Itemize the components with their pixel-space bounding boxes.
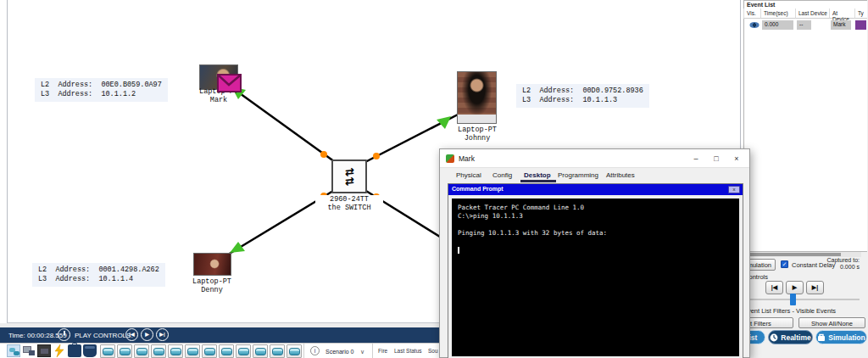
- command-prompt-widget: Command Prompt x Packet Tracer PC Comman…: [448, 183, 743, 358]
- toolbar-divider: [303, 344, 304, 358]
- device-model[interactable]: [202, 344, 217, 358]
- stopwatch-icon[interactable]: [58, 328, 70, 341]
- bar-back-button[interactable]: |◀: [125, 328, 138, 341]
- terminal-line: [458, 221, 739, 229]
- speed-slider-track[interactable]: [744, 299, 860, 300]
- device-label-switch: 2960-24TTthe SWITCH: [315, 195, 383, 212]
- col-type[interactable]: Ty: [854, 8, 867, 19]
- tab-bar: Physical Config Desktop Programming Attr…: [440, 168, 749, 182]
- category-components-icon[interactable]: [37, 344, 51, 357]
- active-tab-underline: [520, 180, 556, 182]
- device-model[interactable]: [236, 344, 251, 358]
- event-time[interactable]: 0.000: [762, 20, 793, 30]
- event-visible-eye-icon[interactable]: [749, 22, 760, 28]
- device-window-mark[interactable]: Mark – □ × Physical Config Desktop Progr…: [439, 148, 750, 358]
- category-network-devices-icon[interactable]: [7, 344, 20, 357]
- tab-config[interactable]: Config: [492, 171, 512, 179]
- packet-tracer-icon: [446, 154, 454, 163]
- window-title: Mark: [459, 154, 475, 163]
- scenario-info-icon[interactable]: i: [310, 346, 320, 355]
- terminal-line: C:\>ping 10.1.1.3: [458, 212, 739, 221]
- captured-to-label: Captured to:: [817, 257, 860, 263]
- device-model[interactable]: [134, 344, 149, 358]
- col-at-device[interactable]: At Device: [829, 8, 854, 19]
- address-note-johnny[interactable]: L2 Address: 00D0.9752.8936 L3 Address: 1…: [516, 84, 649, 108]
- event-last-device[interactable]: --: [797, 20, 811, 30]
- simulation-mode-button[interactable]: Simulation: [815, 330, 867, 344]
- show-all-none-button[interactable]: Show All/None: [798, 317, 865, 328]
- tab-physical[interactable]: Physical: [456, 171, 481, 179]
- category-end-devices-icon[interactable]: [22, 344, 36, 357]
- maximize-button[interactable]: □: [707, 153, 726, 165]
- category-misc-icon[interactable]: [68, 344, 81, 357]
- switch-icon[interactable]: ⇄⇄: [331, 159, 367, 193]
- category-connections-icon[interactable]: [53, 344, 66, 357]
- pdu-col-fire: Fire: [378, 348, 387, 354]
- terminal-line: Pinging 10.1.1.3 with 32 bytes of data:: [458, 229, 739, 238]
- tab-desktop[interactable]: Desktop: [524, 171, 551, 179]
- terminal-line: Packet Tracer PC Command Line 1.0: [458, 204, 739, 212]
- scenario-select[interactable]: Scenario 0: [326, 349, 353, 355]
- device-model[interactable]: [117, 344, 132, 358]
- pdu-col-source: Sou: [428, 348, 438, 354]
- check-icon: ✓: [782, 261, 787, 267]
- device-model[interactable]: [100, 344, 115, 358]
- minimize-button[interactable]: –: [687, 153, 705, 165]
- sim-play-button[interactable]: ▶: [786, 281, 804, 294]
- col-vis[interactable]: Vis.: [743, 8, 760, 19]
- sim-back-button[interactable]: |◀: [765, 281, 783, 294]
- packet-tracer-app: Laptop-PTMark Laptop-PTJohnny Laptop-PTD…: [0, 0, 868, 358]
- event-list-title: Event List: [747, 2, 775, 8]
- col-last-device[interactable]: Last Device: [795, 8, 829, 19]
- address-note-mark[interactable]: L2 Address: 00E0.B059.0A97 L3 Address: 1…: [35, 78, 168, 102]
- command-prompt-header[interactable]: Command Prompt x: [448, 184, 743, 195]
- command-prompt-title: Command Prompt: [452, 186, 504, 192]
- laptop-johnny-icon[interactable]: [457, 71, 497, 124]
- category-multiuser-icon[interactable]: [83, 344, 97, 357]
- command-prompt-close-button[interactable]: x: [728, 186, 740, 193]
- terminal-output[interactable]: Packet Tracer PC Command Line 1.0 C:\>pi…: [452, 199, 739, 356]
- device-model[interactable]: [185, 344, 200, 358]
- speed-slider-handle[interactable]: [790, 294, 796, 305]
- terminal-cursor: [458, 247, 459, 254]
- terminal-line: [458, 238, 739, 246]
- toolbar-divider: [372, 344, 373, 358]
- clock-icon: [770, 333, 778, 342]
- bar-forward-button[interactable]: ▶|: [156, 328, 169, 341]
- bar-play-button[interactable]: ▶: [141, 328, 153, 341]
- play-controls-caption: PLAY CONTROLS:: [75, 332, 133, 339]
- device-model[interactable]: [270, 344, 285, 358]
- tab-programming[interactable]: Programming: [558, 171, 598, 179]
- captured-to-value: 0.000 s: [817, 264, 860, 270]
- device-model[interactable]: [151, 344, 166, 358]
- close-button[interactable]: ×: [727, 153, 746, 165]
- address-note-denny[interactable]: L2 Address: 0001.4298.A262 L3 Address: 1…: [32, 263, 165, 287]
- pdu-envelope-icon[interactable]: [217, 74, 242, 92]
- device-label-denny: Laptop-PTDenny: [178, 277, 246, 294]
- event-at-device[interactable]: Mark: [831, 20, 851, 30]
- port-status-dot: [320, 151, 327, 158]
- chevron-down-icon[interactable]: ∨: [360, 349, 364, 355]
- device-model[interactable]: [287, 344, 302, 358]
- sim-forward-button[interactable]: ▶|: [806, 281, 824, 294]
- col-time[interactable]: Time(sec): [760, 8, 795, 19]
- device-model[interactable]: [253, 344, 268, 358]
- simulation-icon: [817, 333, 826, 341]
- event-list-box: [743, 0, 867, 252]
- pdu-col-last-status: Last Status: [394, 348, 422, 354]
- link-arrow-icon: [230, 242, 245, 253]
- tab-attributes[interactable]: Attributes: [606, 171, 635, 179]
- realtime-mode-button[interactable]: Realtime: [768, 330, 813, 344]
- port-status-dot: [373, 153, 380, 159]
- window-titlebar[interactable]: Mark – □ ×: [440, 149, 749, 168]
- device-label-johnny: Laptop-PTJohnny: [443, 126, 511, 143]
- laptop-denny-icon[interactable]: [193, 253, 231, 276]
- device-model[interactable]: [219, 344, 234, 358]
- event-type-swatch[interactable]: [855, 20, 866, 30]
- constant-delay-checkbox[interactable]: ✓: [781, 260, 788, 268]
- device-model[interactable]: [168, 344, 183, 358]
